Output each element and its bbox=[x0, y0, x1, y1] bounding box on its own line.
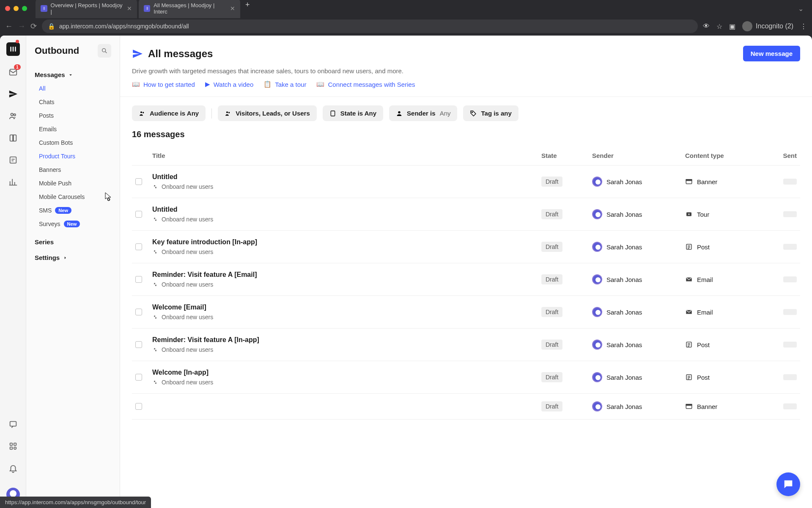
messages-section-header[interactable]: Messages bbox=[35, 68, 111, 82]
col-state[interactable]: State bbox=[538, 146, 589, 166]
table-wrap[interactable]: Title State Sender Content type Sent Unt… bbox=[120, 146, 812, 508]
row-checkbox[interactable] bbox=[135, 341, 142, 348]
filter-audience-is[interactable]: Audience is Any bbox=[132, 105, 206, 121]
app-logo[interactable] bbox=[6, 42, 20, 56]
sender-cell: Sarah Jonas bbox=[592, 372, 678, 382]
incognito-label: Incognito (2) bbox=[756, 22, 793, 30]
sidebar-item-surveys[interactable]: SurveysNew bbox=[35, 217, 111, 231]
window-close-button[interactable] bbox=[5, 6, 10, 11]
rail-contacts[interactable] bbox=[7, 110, 19, 122]
row-checkbox[interactable] bbox=[135, 374, 142, 381]
rail-inbox[interactable]: 1 bbox=[7, 66, 19, 78]
row-title: Welcome [Email] bbox=[152, 304, 535, 311]
table-row[interactable]: Reminder: Visit feature A [In-app]Onboar… bbox=[132, 329, 800, 361]
sidebar-item-sms[interactable]: SMSNew bbox=[35, 204, 111, 217]
filter-label: Audience is Any bbox=[150, 110, 199, 117]
tab-close-icon[interactable]: ✕ bbox=[127, 5, 132, 12]
row-checkbox[interactable] bbox=[135, 211, 142, 218]
filter-icon bbox=[225, 110, 231, 117]
incognito-badge[interactable]: Incognito (2) bbox=[742, 21, 793, 31]
help-link-label: Connect messages with Series bbox=[328, 81, 415, 88]
sidebar-item-mobile-carousels[interactable]: Mobile Carousels bbox=[35, 190, 111, 204]
post-icon bbox=[685, 243, 693, 251]
sidebar-item-label: Mobile Carousels bbox=[39, 193, 85, 200]
rail-messenger[interactable] bbox=[7, 418, 19, 430]
svg-point-18 bbox=[472, 112, 473, 113]
rail-reports[interactable] bbox=[7, 176, 19, 188]
svg-point-17 bbox=[398, 111, 400, 113]
title-row: All messages New message bbox=[132, 46, 800, 61]
tab-close-icon[interactable]: ✕ bbox=[230, 5, 235, 12]
sidebar-item-custom-bots[interactable]: Custom Bots bbox=[35, 136, 111, 149]
sidebar-item-emails[interactable]: Emails bbox=[35, 122, 111, 136]
new-message-button[interactable]: New message bbox=[743, 46, 800, 61]
browser-tab-2[interactable]: ⦀ All Messages | Moodjoy | Interc ✕ bbox=[139, 0, 240, 18]
row-subtitle: Onboard new users bbox=[152, 248, 535, 255]
state-badge: Draft bbox=[541, 307, 562, 317]
bookmark-icon[interactable]: ☆ bbox=[716, 22, 722, 30]
col-sent[interactable]: Sent bbox=[766, 146, 800, 166]
filter-state-is[interactable]: State is Any bbox=[323, 105, 383, 121]
filter-label: Sender is bbox=[407, 110, 436, 117]
row-checkbox[interactable] bbox=[135, 243, 142, 250]
sidebar-item-chats[interactable]: Chats bbox=[35, 95, 111, 109]
table-row[interactable]: UntitledOnboard new usersDraftSarah Jona… bbox=[132, 198, 800, 231]
table-row[interactable]: DraftSarah JonasBanner bbox=[132, 394, 800, 420]
tabs-dropdown-icon[interactable]: ⌄ bbox=[798, 5, 804, 13]
sender-cell: Sarah Jonas bbox=[592, 340, 678, 350]
row-checkbox[interactable] bbox=[135, 403, 142, 410]
sidebar-item-posts[interactable]: Posts bbox=[35, 109, 111, 122]
sidebar: Outbound Messages AllChatsPostsEmailsCus… bbox=[26, 36, 120, 508]
browser-tab-1[interactable]: ⦀ Overview | Reports | Moodjoy | ✕ bbox=[36, 0, 137, 18]
row-checkbox[interactable] bbox=[135, 309, 142, 315]
table-row[interactable]: UntitledOnboard new usersDraftSarah Jona… bbox=[132, 166, 800, 198]
sender-cell: Sarah Jonas bbox=[592, 209, 678, 219]
window-minimize-button[interactable] bbox=[14, 6, 19, 11]
table-row[interactable]: Reminder: Visit feature A [Email]Onboard… bbox=[132, 263, 800, 296]
sidebar-settings[interactable]: Settings bbox=[26, 250, 120, 265]
filter-tag-is[interactable]: Tag is any bbox=[463, 105, 518, 121]
sidebar-item-all[interactable]: All bbox=[35, 82, 111, 95]
menu-icon[interactable]: ⋮ bbox=[800, 22, 807, 30]
sidebar-item-mobile-push[interactable]: Mobile Push bbox=[35, 177, 111, 190]
filter-visitors-leads-or-users[interactable]: Visitors, Leads, or Users bbox=[218, 105, 317, 121]
col-content-type[interactable]: Content type bbox=[682, 146, 766, 166]
panel-icon[interactable]: ▣ bbox=[729, 22, 735, 30]
search-button[interactable] bbox=[98, 44, 111, 58]
rail-notifications[interactable] bbox=[7, 462, 19, 474]
forward-button[interactable]: → bbox=[18, 22, 25, 31]
row-checkbox[interactable] bbox=[135, 178, 142, 185]
address-bar[interactable]: 🔒 app.intercom.com/a/apps/nnsgmgob/outbo… bbox=[42, 19, 698, 33]
window-maximize-button[interactable] bbox=[22, 6, 27, 11]
row-subtitle: Onboard new users bbox=[152, 281, 535, 288]
filter-separator bbox=[211, 108, 212, 119]
rail-apps[interactable] bbox=[7, 440, 19, 452]
table-row[interactable]: Welcome [In-app]Onboard new usersDraftSa… bbox=[132, 361, 800, 394]
help-link-3[interactable]: 📖Connect messages with Series bbox=[316, 80, 415, 88]
help-link-1[interactable]: ▶Watch a video bbox=[205, 80, 254, 88]
rail-articles[interactable] bbox=[7, 132, 19, 144]
reload-button[interactable]: ⟳ bbox=[30, 22, 37, 31]
row-checkbox[interactable] bbox=[135, 276, 142, 283]
col-title[interactable]: Title bbox=[149, 146, 538, 166]
sender-cell: Sarah Jonas bbox=[592, 242, 678, 252]
filter-sender-is[interactable]: Sender isAny bbox=[389, 105, 457, 121]
new-tab-button[interactable]: + bbox=[242, 0, 253, 18]
svg-rect-27 bbox=[686, 404, 692, 406]
rail-outbound[interactable] bbox=[7, 88, 19, 100]
help-link-2[interactable]: 📋Take a tour bbox=[263, 80, 306, 88]
help-link-0[interactable]: 📖How to get started bbox=[132, 80, 195, 88]
new-badge: New bbox=[55, 207, 71, 214]
back-button[interactable]: ← bbox=[5, 22, 13, 31]
sidebar-series[interactable]: Series bbox=[26, 234, 120, 250]
col-sender[interactable]: Sender bbox=[589, 146, 682, 166]
table-row[interactable]: Welcome [Email]Onboard new usersDraftSar… bbox=[132, 296, 800, 329]
table-row[interactable]: Key feature introduction [In-app]Onboard… bbox=[132, 231, 800, 263]
sidebar-item-product-tours[interactable]: Product Tours bbox=[35, 149, 111, 163]
row-title: Reminder: Visit feature A [In-app] bbox=[152, 336, 535, 344]
help-chat-bubble[interactable] bbox=[776, 472, 800, 496]
privacy-icon[interactable]: 👁 bbox=[703, 22, 710, 30]
sidebar-item-banners[interactable]: Banners bbox=[35, 163, 111, 177]
rail-operator[interactable] bbox=[7, 154, 19, 166]
content-type-label: Email bbox=[697, 276, 713, 283]
